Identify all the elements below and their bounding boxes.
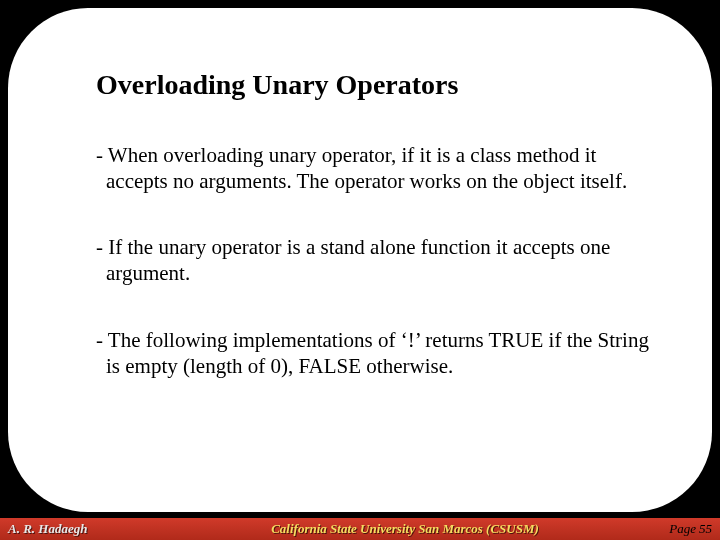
footer-page: Page55: [622, 521, 712, 537]
slide: Overloading Unary Operators - When overl…: [0, 0, 720, 540]
footer-author: A. R. Hadaegh: [8, 521, 188, 537]
content-area: Overloading Unary Operators - When overl…: [8, 8, 712, 512]
footer-page-number: 55: [699, 521, 712, 536]
footer-bar: A. R. Hadaegh California State Universit…: [0, 518, 720, 540]
footer-page-label: Page: [669, 521, 696, 536]
paragraph-1: - When overloading unary operator, if it…: [96, 142, 652, 195]
paragraph-2: - If the unary operator is a stand alone…: [96, 234, 652, 287]
slide-title: Overloading Unary Operators: [96, 68, 652, 102]
paragraph-3: - The following implementations of ‘!’ r…: [96, 327, 652, 380]
footer-affiliation: California State University San Marcos (…: [188, 521, 622, 537]
body-text: - When overloading unary operator, if it…: [96, 142, 652, 380]
